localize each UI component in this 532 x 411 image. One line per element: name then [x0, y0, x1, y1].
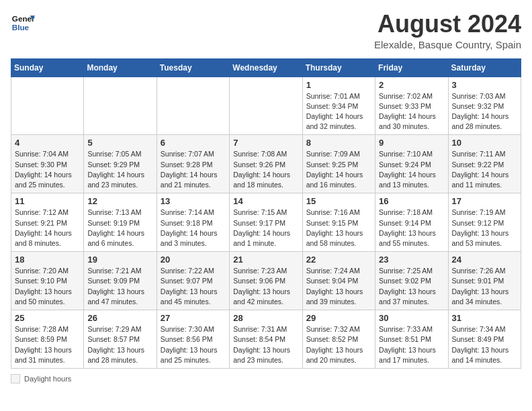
day-number: 17: [452, 196, 517, 206]
day-info: Sunrise: 7:18 AM Sunset: 9:14 PM Dayligh…: [379, 208, 444, 248]
weekday-header-monday: Monday: [84, 58, 157, 77]
calendar-cell: 22Sunrise: 7:24 AM Sunset: 9:04 PM Dayli…: [302, 252, 375, 310]
day-info: Sunrise: 7:04 AM Sunset: 9:30 PM Dayligh…: [15, 149, 80, 190]
day-info: Sunrise: 7:12 AM Sunset: 9:21 PM Dayligh…: [15, 208, 80, 248]
calendar-cell: 23Sunrise: 7:25 AM Sunset: 9:02 PM Dayli…: [375, 252, 448, 310]
footer-note: Daylight hours: [11, 374, 521, 383]
calendar-cell: 18Sunrise: 7:20 AM Sunset: 9:10 PM Dayli…: [11, 252, 84, 310]
day-number: 8: [306, 138, 371, 148]
day-info: Sunrise: 7:29 AM Sunset: 8:57 PM Dayligh…: [87, 324, 152, 365]
calendar-cell: 15Sunrise: 7:16 AM Sunset: 9:15 PM Dayli…: [302, 193, 375, 252]
day-number: 20: [161, 255, 226, 265]
calendar-cell: 6Sunrise: 7:07 AM Sunset: 9:28 PM Daylig…: [157, 135, 229, 193]
weekday-header-row: SundayMondayTuesdayWednesdayThursdayFrid…: [11, 58, 521, 77]
calendar-cell: 16Sunrise: 7:18 AM Sunset: 9:14 PM Dayli…: [375, 193, 448, 252]
calendar-cell: 14Sunrise: 7:15 AM Sunset: 9:17 PM Dayli…: [230, 193, 302, 252]
calendar-cell: 28Sunrise: 7:31 AM Sunset: 8:54 PM Dayli…: [230, 310, 302, 369]
day-info: Sunrise: 7:33 AM Sunset: 8:51 PM Dayligh…: [379, 324, 444, 365]
day-number: 3: [452, 80, 517, 90]
calendar-cell: 30Sunrise: 7:33 AM Sunset: 8:51 PM Dayli…: [375, 310, 448, 369]
calendar-cell: 5Sunrise: 7:05 AM Sunset: 9:29 PM Daylig…: [84, 135, 157, 193]
day-number: 11: [15, 196, 80, 206]
day-number: 27: [161, 313, 226, 323]
day-number: 30: [379, 313, 444, 323]
day-info: Sunrise: 7:02 AM Sunset: 9:33 PM Dayligh…: [379, 91, 444, 132]
calendar-cell: 3Sunrise: 7:03 AM Sunset: 9:32 PM Daylig…: [448, 77, 521, 135]
day-info: Sunrise: 7:16 AM Sunset: 9:15 PM Dayligh…: [306, 208, 371, 248]
calendar-cell: [84, 77, 157, 135]
day-info: Sunrise: 7:01 AM Sunset: 9:34 PM Dayligh…: [306, 91, 371, 132]
day-number: 15: [306, 196, 371, 206]
week-row-4: 18Sunrise: 7:20 AM Sunset: 9:10 PM Dayli…: [11, 252, 521, 310]
calendar-cell: [11, 77, 84, 135]
calendar-subtitle: Elexalde, Basque Country, Spain: [374, 39, 521, 50]
weekday-header-saturday: Saturday: [448, 58, 521, 77]
title-area: August 2024 Elexalde, Basque Country, Sp…: [374, 11, 521, 50]
svg-text:Blue: Blue: [12, 23, 30, 32]
day-info: Sunrise: 7:03 AM Sunset: 9:32 PM Dayligh…: [452, 91, 517, 132]
day-info: Sunrise: 7:21 AM Sunset: 9:09 PM Dayligh…: [87, 266, 152, 307]
day-info: Sunrise: 7:15 AM Sunset: 9:17 PM Dayligh…: [233, 208, 298, 248]
day-info: Sunrise: 7:07 AM Sunset: 9:28 PM Dayligh…: [161, 149, 226, 190]
day-number: 28: [233, 313, 298, 323]
day-info: Sunrise: 7:26 AM Sunset: 9:01 PM Dayligh…: [452, 266, 517, 307]
day-info: Sunrise: 7:22 AM Sunset: 9:07 PM Dayligh…: [161, 266, 226, 307]
day-info: Sunrise: 7:05 AM Sunset: 9:29 PM Dayligh…: [87, 149, 152, 190]
calendar-cell: 4Sunrise: 7:04 AM Sunset: 9:30 PM Daylig…: [11, 135, 84, 193]
day-number: 22: [306, 255, 371, 265]
week-row-2: 4Sunrise: 7:04 AM Sunset: 9:30 PM Daylig…: [11, 135, 521, 193]
calendar-cell: 20Sunrise: 7:22 AM Sunset: 9:07 PM Dayli…: [157, 252, 229, 310]
day-number: 10: [452, 138, 517, 148]
day-number: 4: [15, 138, 80, 148]
calendar-cell: [157, 77, 229, 135]
weekday-header-thursday: Thursday: [302, 58, 375, 77]
day-number: 31: [452, 313, 517, 323]
calendar-cell: 17Sunrise: 7:19 AM Sunset: 9:12 PM Dayli…: [448, 193, 521, 252]
calendar-cell: 25Sunrise: 7:28 AM Sunset: 8:59 PM Dayli…: [11, 310, 84, 369]
calendar-cell: [230, 77, 302, 135]
logo: General Blue: [11, 11, 35, 35]
day-number: 1: [306, 80, 371, 90]
day-number: 2: [379, 80, 444, 90]
svg-text:General: General: [12, 14, 35, 23]
calendar-table: SundayMondayTuesdayWednesdayThursdayFrid…: [11, 58, 521, 369]
calendar-cell: 27Sunrise: 7:30 AM Sunset: 8:56 PM Dayli…: [157, 310, 229, 369]
day-number: 14: [233, 196, 298, 206]
day-number: 6: [161, 138, 226, 148]
day-info: Sunrise: 7:10 AM Sunset: 9:24 PM Dayligh…: [379, 149, 444, 190]
day-info: Sunrise: 7:19 AM Sunset: 9:12 PM Dayligh…: [452, 208, 517, 248]
week-row-5: 25Sunrise: 7:28 AM Sunset: 8:59 PM Dayli…: [11, 310, 521, 369]
calendar-cell: 7Sunrise: 7:08 AM Sunset: 9:26 PM Daylig…: [230, 135, 302, 193]
daylight-box-icon: [11, 374, 20, 383]
day-info: Sunrise: 7:34 AM Sunset: 8:49 PM Dayligh…: [452, 324, 517, 365]
calendar-cell: 26Sunrise: 7:29 AM Sunset: 8:57 PM Dayli…: [84, 310, 157, 369]
logo-icon: General Blue: [11, 11, 35, 35]
daylight-label: Daylight hours: [24, 375, 71, 383]
calendar-cell: 12Sunrise: 7:13 AM Sunset: 9:19 PM Dayli…: [84, 193, 157, 252]
calendar-cell: 31Sunrise: 7:34 AM Sunset: 8:49 PM Dayli…: [448, 310, 521, 369]
day-info: Sunrise: 7:11 AM Sunset: 9:22 PM Dayligh…: [452, 149, 517, 190]
weekday-header-sunday: Sunday: [11, 58, 84, 77]
day-info: Sunrise: 7:32 AM Sunset: 8:52 PM Dayligh…: [306, 324, 371, 365]
calendar-cell: 10Sunrise: 7:11 AM Sunset: 9:22 PM Dayli…: [448, 135, 521, 193]
calendar-cell: 24Sunrise: 7:26 AM Sunset: 9:01 PM Dayli…: [448, 252, 521, 310]
day-number: 16: [379, 196, 444, 206]
day-info: Sunrise: 7:09 AM Sunset: 9:25 PM Dayligh…: [306, 149, 371, 190]
day-number: 24: [452, 255, 517, 265]
calendar-title: August 2024: [374, 11, 521, 38]
calendar-cell: 1Sunrise: 7:01 AM Sunset: 9:34 PM Daylig…: [302, 77, 375, 135]
weekday-header-friday: Friday: [375, 58, 448, 77]
calendar-cell: 13Sunrise: 7:14 AM Sunset: 9:18 PM Dayli…: [157, 193, 229, 252]
calendar-cell: 19Sunrise: 7:21 AM Sunset: 9:09 PM Dayli…: [84, 252, 157, 310]
calendar-cell: 8Sunrise: 7:09 AM Sunset: 9:25 PM Daylig…: [302, 135, 375, 193]
day-info: Sunrise: 7:08 AM Sunset: 9:26 PM Dayligh…: [233, 149, 298, 190]
day-number: 7: [233, 138, 298, 148]
day-number: 29: [306, 313, 371, 323]
day-info: Sunrise: 7:28 AM Sunset: 8:59 PM Dayligh…: [15, 324, 80, 365]
day-number: 21: [233, 255, 298, 265]
day-info: Sunrise: 7:31 AM Sunset: 8:54 PM Dayligh…: [233, 324, 298, 365]
day-number: 5: [87, 138, 152, 148]
day-info: Sunrise: 7:23 AM Sunset: 9:06 PM Dayligh…: [233, 266, 298, 307]
day-info: Sunrise: 7:25 AM Sunset: 9:02 PM Dayligh…: [379, 266, 444, 307]
day-info: Sunrise: 7:30 AM Sunset: 8:56 PM Dayligh…: [161, 324, 226, 365]
